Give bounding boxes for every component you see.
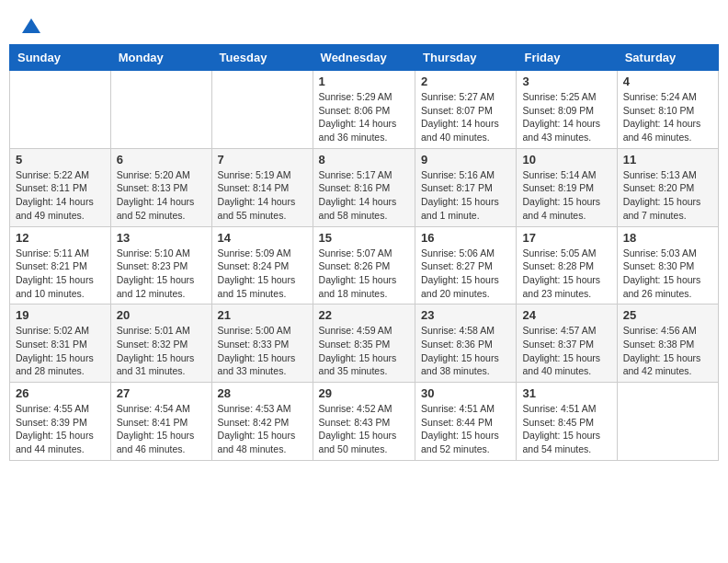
calendar-week-row: 26Sunrise: 4:55 AM Sunset: 8:39 PM Dayli… bbox=[10, 383, 719, 461]
logo-icon bbox=[20, 17, 42, 39]
day-info: Sunrise: 5:11 AM Sunset: 8:21 PM Dayligh… bbox=[16, 247, 105, 301]
calendar-cell bbox=[617, 383, 718, 461]
day-number: 3 bbox=[522, 75, 610, 88]
calendar-cell: 12Sunrise: 5:11 AM Sunset: 8:21 PM Dayli… bbox=[10, 226, 111, 304]
day-info: Sunrise: 5:20 AM Sunset: 8:13 PM Dayligh… bbox=[117, 168, 206, 223]
calendar-cell: 21Sunrise: 5:00 AM Sunset: 8:33 PM Dayli… bbox=[211, 304, 313, 383]
day-number: 19 bbox=[16, 308, 105, 322]
header-sunday: Sunday bbox=[10, 45, 111, 71]
svg-marker-0 bbox=[22, 18, 40, 33]
day-number: 14 bbox=[218, 231, 307, 245]
calendar-cell: 16Sunrise: 5:06 AM Sunset: 8:27 PM Dayli… bbox=[415, 226, 517, 304]
day-info: Sunrise: 5:03 AM Sunset: 8:30 PM Dayligh… bbox=[623, 247, 712, 301]
day-number: 16 bbox=[421, 231, 510, 245]
day-number: 18 bbox=[623, 231, 712, 245]
calendar-cell: 10Sunrise: 5:14 AM Sunset: 8:19 PM Dayli… bbox=[517, 148, 617, 226]
page-header bbox=[9, 9, 719, 44]
day-number: 31 bbox=[522, 386, 610, 400]
day-number: 11 bbox=[623, 153, 712, 167]
calendar-table: SundayMondayTuesdayWednesdayThursdayFrid… bbox=[9, 44, 719, 461]
calendar-cell: 24Sunrise: 4:57 AM Sunset: 8:37 PM Dayli… bbox=[517, 304, 617, 383]
day-info: Sunrise: 5:25 AM Sunset: 8:09 PM Dayligh… bbox=[522, 90, 610, 144]
calendar-cell: 4Sunrise: 5:24 AM Sunset: 8:10 PM Daylig… bbox=[617, 71, 718, 149]
calendar-cell bbox=[10, 71, 111, 149]
day-number: 8 bbox=[319, 153, 409, 167]
day-number: 7 bbox=[218, 153, 307, 167]
day-number: 5 bbox=[16, 153, 105, 167]
day-info: Sunrise: 5:27 AM Sunset: 8:07 PM Dayligh… bbox=[421, 90, 510, 144]
day-info: Sunrise: 5:02 AM Sunset: 8:31 PM Dayligh… bbox=[16, 324, 105, 378]
day-number: 9 bbox=[421, 153, 510, 167]
day-info: Sunrise: 4:54 AM Sunset: 8:41 PM Dayligh… bbox=[117, 402, 206, 456]
day-info: Sunrise: 4:57 AM Sunset: 8:37 PM Dayligh… bbox=[522, 324, 610, 378]
calendar-cell: 28Sunrise: 4:53 AM Sunset: 8:42 PM Dayli… bbox=[211, 383, 313, 461]
day-number: 17 bbox=[522, 231, 610, 245]
header-monday: Monday bbox=[110, 45, 211, 71]
calendar-cell: 20Sunrise: 5:01 AM Sunset: 8:32 PM Dayli… bbox=[110, 304, 211, 383]
day-number: 20 bbox=[117, 308, 206, 322]
day-info: Sunrise: 5:06 AM Sunset: 8:27 PM Dayligh… bbox=[421, 247, 510, 301]
calendar-cell: 8Sunrise: 5:17 AM Sunset: 8:16 PM Daylig… bbox=[313, 148, 415, 226]
calendar-cell: 17Sunrise: 5:05 AM Sunset: 8:28 PM Dayli… bbox=[517, 226, 617, 304]
day-number: 4 bbox=[623, 75, 712, 88]
day-info: Sunrise: 4:55 AM Sunset: 8:39 PM Dayligh… bbox=[16, 402, 105, 456]
logo bbox=[18, 17, 42, 39]
header-wednesday: Wednesday bbox=[313, 45, 415, 71]
day-info: Sunrise: 5:19 AM Sunset: 8:14 PM Dayligh… bbox=[218, 168, 307, 223]
calendar-cell: 25Sunrise: 4:56 AM Sunset: 8:38 PM Dayli… bbox=[617, 304, 718, 383]
day-info: Sunrise: 4:58 AM Sunset: 8:36 PM Dayligh… bbox=[421, 324, 510, 378]
header-friday: Friday bbox=[517, 45, 617, 71]
day-info: Sunrise: 5:09 AM Sunset: 8:24 PM Dayligh… bbox=[218, 247, 307, 301]
day-info: Sunrise: 4:52 AM Sunset: 8:43 PM Dayligh… bbox=[319, 402, 409, 456]
day-info: Sunrise: 5:24 AM Sunset: 8:10 PM Dayligh… bbox=[623, 90, 712, 144]
day-info: Sunrise: 5:16 AM Sunset: 8:17 PM Dayligh… bbox=[421, 168, 510, 223]
calendar-cell: 18Sunrise: 5:03 AM Sunset: 8:30 PM Dayli… bbox=[617, 226, 718, 304]
day-number: 21 bbox=[218, 308, 307, 322]
calendar-cell: 26Sunrise: 4:55 AM Sunset: 8:39 PM Dayli… bbox=[10, 383, 111, 461]
day-number: 1 bbox=[319, 75, 409, 88]
day-number: 27 bbox=[117, 386, 206, 400]
day-info: Sunrise: 4:51 AM Sunset: 8:44 PM Dayligh… bbox=[421, 402, 510, 456]
calendar-cell bbox=[211, 71, 313, 149]
calendar-cell: 11Sunrise: 5:13 AM Sunset: 8:20 PM Dayli… bbox=[617, 148, 718, 226]
day-number: 24 bbox=[522, 308, 610, 322]
calendar-cell: 14Sunrise: 5:09 AM Sunset: 8:24 PM Dayli… bbox=[211, 226, 313, 304]
day-number: 29 bbox=[319, 386, 409, 400]
calendar-cell: 7Sunrise: 5:19 AM Sunset: 8:14 PM Daylig… bbox=[211, 148, 313, 226]
calendar-cell: 13Sunrise: 5:10 AM Sunset: 8:23 PM Dayli… bbox=[110, 226, 211, 304]
calendar-cell: 5Sunrise: 5:22 AM Sunset: 8:11 PM Daylig… bbox=[10, 148, 111, 226]
header-saturday: Saturday bbox=[617, 45, 718, 71]
calendar-week-row: 1Sunrise: 5:29 AM Sunset: 8:06 PM Daylig… bbox=[10, 71, 719, 149]
day-number: 2 bbox=[421, 75, 510, 88]
calendar-cell: 22Sunrise: 4:59 AM Sunset: 8:35 PM Dayli… bbox=[313, 304, 415, 383]
day-info: Sunrise: 5:14 AM Sunset: 8:19 PM Dayligh… bbox=[522, 168, 610, 223]
day-info: Sunrise: 4:51 AM Sunset: 8:45 PM Dayligh… bbox=[522, 402, 610, 456]
day-number: 22 bbox=[319, 308, 409, 322]
day-number: 10 bbox=[522, 153, 610, 167]
day-info: Sunrise: 5:10 AM Sunset: 8:23 PM Dayligh… bbox=[117, 247, 206, 301]
day-number: 13 bbox=[117, 231, 206, 245]
calendar-week-row: 5Sunrise: 5:22 AM Sunset: 8:11 PM Daylig… bbox=[10, 148, 719, 226]
calendar-week-row: 12Sunrise: 5:11 AM Sunset: 8:21 PM Dayli… bbox=[10, 226, 719, 304]
day-number: 30 bbox=[421, 386, 510, 400]
day-info: Sunrise: 5:29 AM Sunset: 8:06 PM Dayligh… bbox=[319, 90, 409, 144]
day-info: Sunrise: 4:53 AM Sunset: 8:42 PM Dayligh… bbox=[218, 402, 307, 456]
day-info: Sunrise: 5:07 AM Sunset: 8:26 PM Dayligh… bbox=[319, 247, 409, 301]
day-number: 23 bbox=[421, 308, 510, 322]
calendar-cell: 3Sunrise: 5:25 AM Sunset: 8:09 PM Daylig… bbox=[517, 71, 617, 149]
calendar-cell: 29Sunrise: 4:52 AM Sunset: 8:43 PM Dayli… bbox=[313, 383, 415, 461]
day-info: Sunrise: 5:17 AM Sunset: 8:16 PM Dayligh… bbox=[319, 168, 409, 223]
day-info: Sunrise: 5:01 AM Sunset: 8:32 PM Dayligh… bbox=[117, 324, 206, 378]
day-info: Sunrise: 5:22 AM Sunset: 8:11 PM Dayligh… bbox=[16, 168, 105, 223]
calendar-cell: 1Sunrise: 5:29 AM Sunset: 8:06 PM Daylig… bbox=[313, 71, 415, 149]
day-number: 15 bbox=[319, 231, 409, 245]
day-info: Sunrise: 4:56 AM Sunset: 8:38 PM Dayligh… bbox=[623, 324, 712, 378]
day-info: Sunrise: 5:00 AM Sunset: 8:33 PM Dayligh… bbox=[218, 324, 307, 378]
calendar-cell: 30Sunrise: 4:51 AM Sunset: 8:44 PM Dayli… bbox=[415, 383, 517, 461]
calendar-cell bbox=[110, 71, 211, 149]
calendar-cell: 9Sunrise: 5:16 AM Sunset: 8:17 PM Daylig… bbox=[415, 148, 517, 226]
day-number: 6 bbox=[117, 153, 206, 167]
calendar-cell: 15Sunrise: 5:07 AM Sunset: 8:26 PM Dayli… bbox=[313, 226, 415, 304]
day-info: Sunrise: 5:05 AM Sunset: 8:28 PM Dayligh… bbox=[522, 247, 610, 301]
calendar-header-row: SundayMondayTuesdayWednesdayThursdayFrid… bbox=[10, 45, 719, 71]
